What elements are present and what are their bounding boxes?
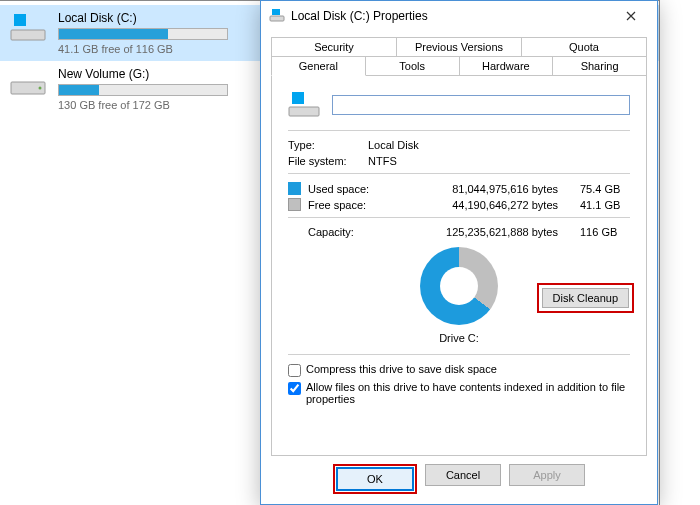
ok-button[interactable]: OK	[337, 468, 413, 490]
drive-usage-bar	[58, 84, 228, 96]
free-space-label: Free space:	[308, 199, 390, 211]
drive-usage-bar	[58, 28, 228, 40]
tab-panel-general: Type:Local Disk File system:NTFS Used sp…	[271, 76, 647, 456]
svg-rect-3	[20, 14, 26, 20]
svg-rect-8	[270, 16, 284, 21]
drive-icon	[8, 67, 48, 99]
drive-caption: Drive C:	[288, 332, 630, 344]
svg-rect-0	[11, 30, 45, 40]
tab-general[interactable]: General	[271, 56, 366, 76]
apply-button[interactable]: Apply	[509, 464, 585, 486]
close-icon	[626, 11, 636, 21]
type-label: Type:	[288, 139, 368, 151]
svg-rect-2	[14, 14, 20, 20]
free-space-bytes: 44,190,646,272 bytes	[390, 199, 580, 211]
tab-security[interactable]: Security	[271, 37, 397, 56]
svg-rect-11	[292, 92, 304, 104]
capacity-bytes: 125,235,621,888 bytes	[390, 226, 580, 238]
svg-rect-5	[20, 20, 26, 26]
index-checkbox-row[interactable]: Allow files on this drive to have conten…	[288, 381, 630, 405]
svg-rect-10	[289, 107, 319, 116]
used-space-bytes: 81,044,975,616 bytes	[390, 183, 580, 195]
tab-tools[interactable]: Tools	[366, 56, 460, 76]
drive-small-icon	[269, 7, 285, 26]
compress-checkbox[interactable]	[288, 364, 301, 377]
tab-row-secondary: Security Previous Versions Quota	[271, 37, 647, 56]
index-label: Allow files on this drive to have conten…	[306, 381, 630, 405]
close-button[interactable]	[611, 4, 651, 28]
properties-dialog: Local Disk (C:) Properties Security Prev…	[260, 0, 658, 505]
drive-windows-icon	[8, 11, 48, 43]
cancel-button[interactable]: Cancel	[425, 464, 501, 486]
used-space-human: 75.4 GB	[580, 183, 630, 195]
volume-label-input[interactable]	[332, 95, 630, 115]
tab-hardware[interactable]: Hardware	[460, 56, 554, 76]
dialog-button-row: OK Cancel Apply	[261, 456, 657, 504]
disk-cleanup-button[interactable]: Disk Cleanup	[542, 288, 629, 308]
tab-previous-versions[interactable]: Previous Versions	[397, 37, 522, 56]
free-space-swatch	[288, 198, 301, 211]
filesystem-value: NTFS	[368, 155, 397, 167]
capacity-label: Capacity:	[288, 226, 390, 238]
svg-rect-4	[14, 20, 20, 26]
svg-rect-9	[272, 9, 280, 15]
disk-cleanup-highlight: Disk Cleanup	[537, 283, 634, 313]
dialog-titlebar[interactable]: Local Disk (C:) Properties	[261, 1, 657, 31]
free-space-human: 41.1 GB	[580, 199, 630, 211]
filesystem-label: File system:	[288, 155, 368, 167]
dialog-title: Local Disk (C:) Properties	[291, 9, 611, 23]
capacity-human: 116 GB	[580, 226, 630, 238]
drive-large-icon	[288, 90, 320, 120]
tab-quota[interactable]: Quota	[522, 37, 647, 56]
tab-sharing[interactable]: Sharing	[553, 56, 647, 76]
svg-point-7	[39, 87, 42, 90]
usage-pie-chart	[420, 247, 498, 325]
used-space-label: Used space:	[308, 183, 390, 195]
compress-checkbox-row[interactable]: Compress this drive to save disk space	[288, 363, 630, 377]
ok-button-highlight: OK	[333, 464, 417, 494]
compress-label: Compress this drive to save disk space	[306, 363, 497, 375]
index-checkbox[interactable]	[288, 382, 301, 395]
tab-row-primary: General Tools Hardware Sharing	[271, 56, 647, 76]
used-space-swatch	[288, 182, 301, 195]
type-value: Local Disk	[368, 139, 419, 151]
